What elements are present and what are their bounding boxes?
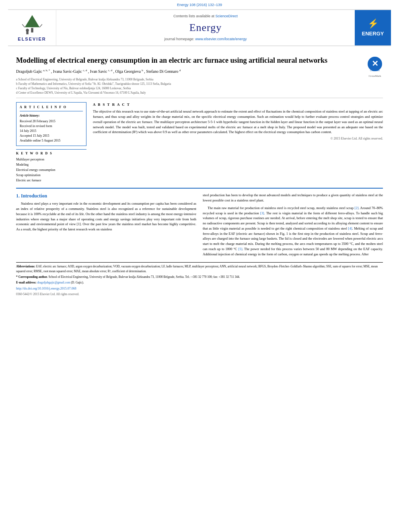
intro-para-1: Stainless steel plays a very important r… — [16, 201, 196, 232]
keywords-title: K E Y W O R D S — [16, 149, 86, 156]
affiliation-b: b Faculty of Mathematics and Informatics… — [16, 82, 363, 86]
crossmark-label: CrossMark — [367, 74, 383, 78]
footnote-section: Abbreviations: EAF, electric arc furnace… — [16, 262, 383, 296]
ref-4[interactable]: [4] — [348, 226, 352, 230]
abbreviations: Abbreviations: EAF, electric arc furnace… — [16, 264, 383, 273]
svg-marker-1 — [25, 15, 39, 27]
corresponding-label: * Corresponding author. — [16, 275, 48, 279]
elsevier-logo-container: ELSEVIER — [8, 10, 56, 45]
left-column: A R T I C L E I N F O Article history: R… — [16, 102, 86, 183]
ref-2[interactable]: [2] — [354, 206, 358, 210]
doi-line: http://dx.doi.org/10.1016/j.energy.2015.… — [16, 286, 383, 291]
ref-5[interactable]: [5] — [238, 247, 242, 251]
elsevier-logo: ELSEVIER — [18, 13, 46, 42]
contents-line: Contents lists available at ScienceDirec… — [173, 14, 238, 19]
section-divider — [16, 188, 383, 189]
svg-rect-0 — [31, 28, 33, 32]
author-sup-3: c, d — [108, 69, 112, 72]
email-link[interactable]: dragoljubgajic@gmail.com — [37, 281, 70, 284]
homepage-link[interactable]: www.elsevier.com/locate/energy — [195, 37, 247, 41]
revised-label: Received in revised form — [20, 124, 83, 129]
journal-title: Energy — [189, 21, 222, 35]
journal-header: Energy 108 (2016) 132–139 — [0, 0, 399, 8]
email-label: E-mail address: — [16, 281, 37, 284]
author-sup-1: a, b, * — [43, 69, 50, 72]
crossmark-badge: ✕ CrossMark CrossMark — [367, 56, 383, 72]
section-1-title: 1. Introduction — [16, 193, 196, 199]
email-line: E-mail address: dragoljubgajic@gmail.com… — [16, 280, 383, 285]
author-olga: Olga Georgieva — [115, 70, 140, 74]
svg-line-4 — [22, 24, 25, 27]
affiliations: a School of Electrical Engineering, Univ… — [16, 77, 363, 95]
energy-badge-label: ENERGY — [362, 30, 384, 37]
affiliation-d: d Center of Excellence DEWS, University … — [16, 90, 363, 95]
elsevier-text: ELSEVIER — [18, 36, 46, 42]
info-abstract-section: A R T I C L E I N F O Article history: R… — [16, 102, 383, 183]
author-stefano: Stefano Di Gennaro — [146, 70, 178, 74]
keywords-section: K E Y W O R D S Multilayer perceptron Mo… — [16, 149, 86, 183]
article-title-text: Modelling of electrical energy consumpti… — [16, 56, 363, 95]
history-title: Article history: — [20, 113, 83, 119]
issn-line: 0360-5442/© 2015 Elsevier Ltd. All right… — [16, 292, 383, 296]
journal-reference: Energy 108 (2016) 132–139 — [177, 3, 222, 7]
keyword-3: Electrical energy consumption — [16, 168, 86, 173]
crossmark-icon: ✕ CrossMark — [367, 56, 383, 72]
authors-line: Dragoljub Gajic a, b, * , Ivana Savic-Ga… — [16, 68, 363, 74]
author-ivan: Ivan Savic — [90, 70, 107, 74]
energy-badge-container: ⚡ ENERGY — [355, 10, 391, 45]
keyword-1: Multilayer perceptron — [16, 157, 86, 162]
abbreviations-label: Abbreviations: — [16, 265, 35, 268]
email-note: (D. Gajic). — [71, 281, 84, 284]
body-left: 1. Introduction Stainless steel plays a … — [16, 193, 196, 258]
intro-para-3: The main raw material for production of … — [203, 205, 383, 257]
article-title: Modelling of electrical energy consumpti… — [16, 56, 363, 65]
revised-date: 14 July 2015 — [20, 129, 83, 134]
available-date: Available online 5 August 2015 — [20, 138, 83, 143]
keyword-4: Scrap optimization — [16, 173, 86, 178]
received-date: Received 28 February 2015 — [20, 119, 83, 124]
author-sup-5: d — [179, 69, 181, 72]
abbreviations-text: EAF, electric arc furnace; AOD, argon ox… — [16, 265, 378, 273]
keyword-5: Electric arc furnace — [16, 178, 86, 183]
author-sup-4: b — [142, 69, 143, 72]
svg-line-5 — [39, 24, 42, 27]
accepted-date: Accepted 15 July 2015 — [20, 134, 83, 138]
author-ivana: Ivana Savic-Gajic — [53, 70, 82, 74]
abstract-title: A B S T R A C T — [93, 102, 383, 107]
svg-rect-3 — [26, 31, 29, 34]
journal-center: Contents lists available at ScienceDirec… — [56, 10, 355, 45]
page: Energy 108 (2016) 132–139 ELSEVIER — [0, 0, 399, 532]
body-section: 1. Introduction Stainless steel plays a … — [16, 193, 383, 258]
copyright-line: © 2015 Elsevier Ltd. All rights reserved… — [93, 136, 383, 141]
svg-text:✕: ✕ — [372, 59, 378, 68]
ref-3[interactable]: [3] — [260, 211, 264, 215]
article-title-section: Modelling of electrical energy consumpti… — [16, 52, 383, 98]
affiliation-c: c Faculty of Technology, University of N… — [16, 86, 363, 90]
journal-banner: ELSEVIER Contents lists available at Sci… — [8, 9, 391, 46]
keyword-2: Modeling — [16, 162, 86, 168]
abstract-text: The objective of this research was to us… — [93, 109, 383, 135]
elsevier-tree-icon — [18, 13, 46, 35]
sciencedirect-link[interactable]: ScienceDirect — [216, 14, 238, 18]
svg-text:CrossMark: CrossMark — [370, 69, 380, 72]
author-dragoljub: Dragoljub Gajic — [16, 70, 42, 74]
article-info-title: A R T I C L E I N F O — [20, 105, 83, 111]
energy-badge: ⚡ ENERGY — [360, 16, 387, 39]
right-column: A B S T R A C T The objective of this re… — [93, 102, 383, 183]
doi-link[interactable]: http://dx.doi.org/10.1016/j.energy.2015.… — [16, 287, 76, 290]
affiliation-a: a School of Electrical Engineering, Univ… — [16, 77, 363, 82]
corresponding-text: School of Electrical Engineering, Univer… — [48, 275, 240, 279]
svg-point-2 — [26, 29, 29, 31]
article-info-box: A R T I C L E I N F O Article history: R… — [16, 102, 86, 146]
homepage-line: journal homepage: www.elsevier.com/locat… — [164, 37, 247, 42]
author-sup-2: c, d — [83, 69, 87, 72]
main-content: Modelling of electrical energy consumpti… — [0, 48, 399, 301]
corresponding-author: * Corresponding author. School of Electr… — [16, 275, 383, 279]
body-right: steel production has been to develop the… — [203, 193, 383, 258]
intro-para-2: steel production has been to develop the… — [203, 193, 383, 203]
lightning-icon: ⚡ — [368, 18, 378, 30]
